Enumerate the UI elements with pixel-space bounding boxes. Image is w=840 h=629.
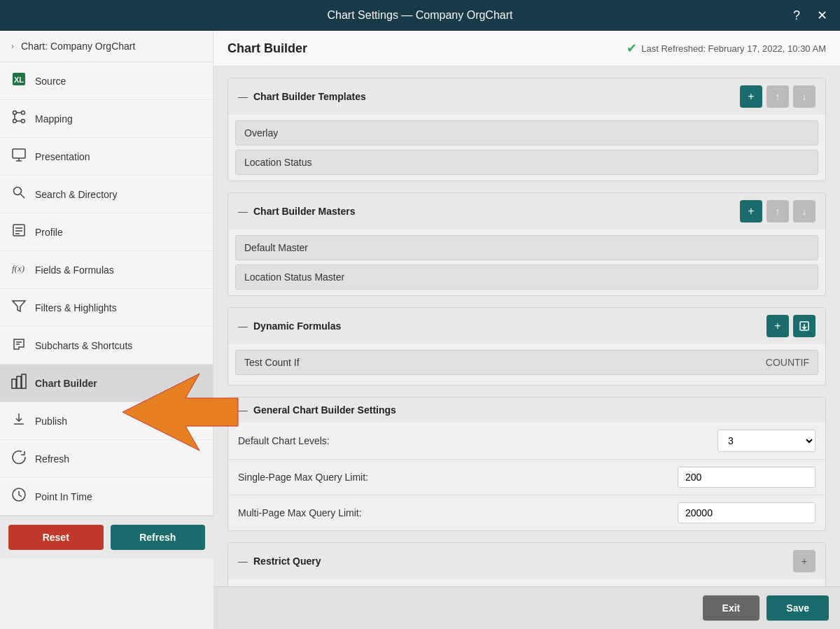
sidebar-item-presentation[interactable]: Presentation	[0, 138, 213, 176]
svg-line-13	[21, 195, 25, 199]
formula-row-test-count-if[interactable]: Test Count If COUNTIF	[235, 350, 818, 375]
general-settings-body: Default Chart Levels: 1 2 3 4 5	[228, 423, 825, 530]
svg-point-2	[13, 111, 17, 115]
restrict-query-collapse-icon[interactable]: —	[238, 556, 248, 567]
sidebar-item-profile[interactable]: Profile	[0, 213, 213, 251]
sidebar-chevron-icon: ›	[11, 41, 14, 51]
dynamic-formulas-add-button[interactable]: +	[766, 315, 789, 337]
masters-section-title: Chart Builder Masters	[253, 206, 355, 217]
templates-header-left: — Chart Builder Templates	[238, 91, 386, 102]
content-area: Chart Builder ✔ Last Refreshed: February…	[214, 31, 840, 629]
masters-collapse-icon[interactable]: —	[238, 206, 248, 217]
restrict-query-body: Restrict Query to these Fields	[228, 579, 825, 586]
masters-up-button[interactable]: ↑	[766, 200, 789, 222]
sidebar-item-label: Profile	[35, 227, 63, 238]
window-title: Chart Settings — Company OrgChart	[328, 9, 513, 22]
sidebar-item-label: Refresh	[35, 453, 69, 465]
masters-section-buttons: + ↑ ↓	[740, 200, 816, 222]
sidebar-item-chart-builder[interactable]: Chart Builder	[0, 365, 213, 402]
master-item-location-status[interactable]: Location Status Master	[235, 264, 818, 290]
templates-section-buttons: + ↑ ↓	[740, 85, 816, 108]
sidebar-item-source[interactable]: XL Source	[0, 62, 213, 100]
content-title: Chart Builder	[227, 41, 307, 56]
default-chart-levels-label: Default Chart Levels:	[238, 435, 330, 446]
filters-highlights-icon	[11, 298, 27, 317]
sidebar-item-filters-highlights[interactable]: Filters & Highlights	[0, 289, 213, 327]
sidebar-item-mapping[interactable]: Mapping	[0, 100, 213, 138]
svg-point-4	[13, 120, 17, 123]
default-chart-levels-row: Default Chart Levels: 1 2 3 4 5	[228, 423, 825, 460]
content-header: Chart Builder ✔ Last Refreshed: February…	[214, 31, 840, 66]
sidebar-item-refresh[interactable]: Refresh	[0, 440, 213, 478]
svg-rect-9	[13, 149, 25, 158]
main-container: › Chart: Company OrgChart XL Source Mapp…	[0, 31, 840, 629]
sidebar-item-label: Presentation	[35, 151, 90, 162]
sidebar-item-fields-formulas[interactable]: f(x) Fields & Formulas	[0, 251, 213, 289]
masters-section-body: Default Master Location Status Master	[228, 229, 825, 295]
chart-builder-icon	[11, 374, 27, 393]
exit-button[interactable]: Exit	[703, 595, 760, 621]
svg-point-5	[22, 120, 25, 123]
default-chart-levels-control: 1 2 3 4 5	[718, 430, 816, 452]
multi-page-max-label: Multi-Page Max Query Limit:	[238, 507, 362, 518]
templates-add-button[interactable]: +	[740, 85, 762, 108]
save-button[interactable]: Save	[766, 595, 829, 621]
template-item-overlay[interactable]: Overlay	[235, 120, 818, 146]
templates-collapse-icon[interactable]: —	[238, 91, 248, 102]
publish-icon	[11, 411, 27, 430]
sidebar-item-publish[interactable]: Publish	[0, 402, 213, 440]
general-settings-title: General Chart Builder Settings	[253, 404, 396, 416]
restrict-query-add-button[interactable]: +	[793, 550, 816, 572]
sidebar-header[interactable]: › Chart: Company OrgChart	[0, 31, 213, 62]
restrict-query-header: — Restrict Query +	[228, 543, 825, 579]
restrict-query-header-left: — Restrict Query	[238, 556, 340, 567]
dynamic-formulas-header-left: — Dynamic Formulas	[238, 320, 360, 332]
masters-section: — Chart Builder Masters + ↑ ↓ Default Ma…	[227, 192, 826, 296]
restrict-query-section: — Restrict Query + Restrict Query to the…	[227, 542, 826, 586]
sidebar-item-subcharts-shortcuts[interactable]: Subcharts & Shortcuts	[0, 327, 213, 365]
master-item-default[interactable]: Default Master	[235, 235, 818, 260]
dynamic-formulas-export-button[interactable]	[793, 315, 816, 337]
templates-section-title: Chart Builder Templates	[253, 91, 366, 102]
templates-down-button[interactable]: ↓	[793, 85, 816, 108]
templates-section-body: Overlay Location Status	[228, 115, 825, 181]
masters-section-header: — Chart Builder Masters + ↑ ↓	[228, 193, 825, 229]
masters-header-left: — Chart Builder Masters	[238, 206, 374, 217]
svg-point-3	[22, 111, 25, 115]
sidebar-item-search-directory[interactable]: Search & Directory	[0, 176, 213, 213]
title-bar: Chart Settings — Company OrgChart ? ✕	[0, 0, 840, 31]
bottom-bar: Exit Save	[214, 586, 840, 629]
default-chart-levels-select[interactable]: 1 2 3 4 5	[718, 430, 816, 452]
sidebar: › Chart: Company OrgChart XL Source Mapp…	[0, 31, 214, 516]
dynamic-formulas-section: — Dynamic Formulas + Test Count If C	[227, 307, 826, 386]
dynamic-formulas-collapse-icon[interactable]: —	[238, 320, 248, 332]
dynamic-formulas-buttons: +	[766, 315, 816, 337]
single-page-max-control	[678, 467, 816, 488]
general-settings-header: — General Chart Builder Settings	[228, 397, 825, 423]
template-item-location-status[interactable]: Location Status	[235, 150, 818, 175]
single-page-max-input[interactable]	[678, 467, 816, 488]
point-in-time-icon	[11, 487, 27, 506]
sidebar-item-point-in-time[interactable]: Point In Time	[0, 478, 213, 516]
refresh-status-text: Last Refreshed: February 17, 2022, 10:30…	[641, 43, 826, 54]
left-panel: › Chart: Company OrgChart XL Source Mapp…	[0, 31, 214, 629]
reset-button[interactable]: Reset	[8, 525, 104, 550]
sidebar-bottom: Reset Refresh	[0, 516, 214, 558]
general-settings-collapse-icon[interactable]: —	[238, 404, 248, 416]
restrict-query-title: Restrict Query	[253, 556, 321, 567]
sidebar-item-label: Filters & Highlights	[35, 302, 117, 313]
sidebar-item-label: Search & Directory	[35, 189, 117, 200]
svg-rect-23	[17, 376, 21, 388]
title-bar-icons: ? ✕	[787, 6, 832, 25]
templates-section: — Chart Builder Templates + ↑ ↓ Overlay …	[227, 78, 826, 181]
search-directory-icon	[11, 185, 27, 204]
help-icon[interactable]: ?	[787, 6, 806, 25]
masters-down-button[interactable]: ↓	[793, 200, 816, 222]
refresh-bottom-button[interactable]: Refresh	[111, 525, 206, 550]
close-icon[interactable]: ✕	[812, 6, 832, 25]
masters-add-button[interactable]: +	[740, 200, 762, 222]
multi-page-max-input[interactable]	[678, 502, 816, 523]
templates-up-button[interactable]: ↑	[766, 85, 789, 108]
source-icon: XL	[11, 71, 27, 90]
sidebar-item-label: Publish	[35, 416, 67, 427]
